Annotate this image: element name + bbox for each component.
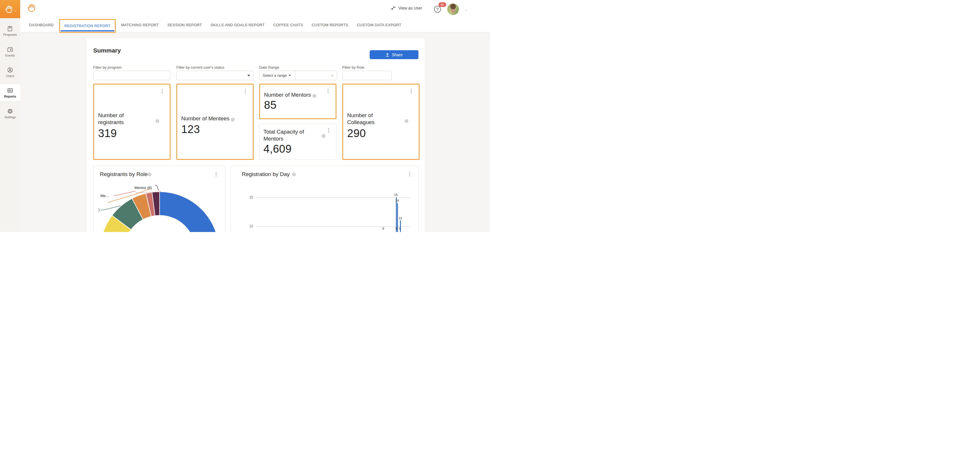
tab-5[interactable]: COFFEE CHATS xyxy=(269,18,307,32)
report-panel: Summary Share Filter by program Filter b… xyxy=(87,38,425,232)
daterange-trigger-label: Select a range xyxy=(262,73,287,78)
users-person-icon xyxy=(7,67,13,73)
daterange-chevron-down-icon xyxy=(289,75,291,76)
brand-hand-icon xyxy=(27,3,36,13)
sidebar-item-programs[interactable]: Programs xyxy=(0,22,20,39)
report-tabs: DASHBOARDREGISTRATION REPORTMATCHING REP… xyxy=(20,18,490,32)
select-chevron-down-icon xyxy=(247,75,250,76)
card-title: Number of registrants xyxy=(98,112,124,126)
top-header: View as User ? 65 ⌄ xyxy=(20,0,490,18)
view-as-user-label: View as User xyxy=(399,6,422,10)
help-button[interactable]: ? 65 xyxy=(434,6,442,13)
sidebar-item-users[interactable]: Users xyxy=(0,64,20,81)
share-button-label: Share xyxy=(392,52,402,57)
sidebar-item-label: Reports xyxy=(4,95,16,98)
info-icon[interactable]: i xyxy=(231,118,235,121)
chart-title: Registration by Day xyxy=(242,171,290,178)
reports-chart-icon xyxy=(7,87,13,94)
sidebar-item-label: Programs xyxy=(3,33,17,37)
page-title: Summary xyxy=(93,47,121,54)
card-value: 85 xyxy=(264,99,277,111)
filter-role-input[interactable] xyxy=(342,71,391,80)
sidebar-logo[interactable]: ⌄ xyxy=(0,0,20,18)
card-total-capacity-of-mentors: ⋮ Total Capacity of Mentors i 4,609 xyxy=(259,124,336,160)
info-icon[interactable]: i xyxy=(312,94,316,98)
help-question-icon: ? xyxy=(434,6,441,13)
card-number-of-colleagues: ⋮ Number of Colleagues i 290 xyxy=(342,84,420,160)
programs-book-icon xyxy=(7,26,13,32)
donut-label-clipped[interactable]: ) xyxy=(99,208,100,212)
card-number-of-mentees: ⋮ Number of Mentees i 123 xyxy=(176,84,254,160)
donut-label-mentor[interactable]: Mentor (6) xyxy=(134,186,152,190)
ytick-15: 15 xyxy=(244,195,253,199)
share-button[interactable]: Share xyxy=(370,50,418,59)
bar-data-label: 15 xyxy=(394,193,398,197)
info-icon[interactable]: i xyxy=(322,134,326,138)
sidebar-item-settings[interactable]: Settings xyxy=(0,105,20,122)
info-icon[interactable]: i xyxy=(148,173,151,176)
tab-2[interactable]: MATCHING REPORT xyxy=(117,18,163,32)
account-chevron-down-icon[interactable]: ⌄ xyxy=(464,8,468,12)
swap-arrows-icon xyxy=(390,6,396,10)
filter-program-input[interactable] xyxy=(93,71,170,80)
filter-role-label: Filter by Role xyxy=(342,65,364,70)
chart-menu-kebab-icon[interactable]: ⋮ xyxy=(406,170,413,178)
filter-status-select[interactable] xyxy=(176,71,253,80)
info-icon[interactable]: i xyxy=(156,119,159,123)
tab-4[interactable]: SKILLS AND GOALS REPORT xyxy=(206,18,269,32)
tab-3[interactable]: SESSION REPORT xyxy=(163,18,206,32)
bar-data-label: 9 xyxy=(396,227,398,230)
sidebar-item-label: Users xyxy=(6,74,14,78)
x-clear-icon[interactable]: ✕ xyxy=(331,73,334,78)
hand-logo-icon xyxy=(5,5,13,14)
dashboard-page: ⌄ ProgramsEventsUsersReportsSettings Vie… xyxy=(0,0,490,232)
tab-active-outline: REGISTRATION REPORT xyxy=(59,19,116,33)
info-icon[interactable]: i xyxy=(404,119,408,123)
gridline-10 xyxy=(255,226,409,227)
user-avatar[interactable] xyxy=(447,3,459,15)
bar-data-label: 9 xyxy=(399,227,401,230)
sidebar-item-events[interactable]: Events xyxy=(0,43,20,60)
gridline-15 xyxy=(255,197,409,198)
sidebar-item-reports[interactable]: Reports xyxy=(0,84,20,101)
ytick-10: 10 xyxy=(244,224,253,228)
registration-by-day-card: Registration by Day i ⋮ 15 10 Registrant… xyxy=(231,165,419,232)
events-calendar-icon xyxy=(7,46,13,52)
settings-gear-icon xyxy=(7,108,13,114)
sidebar-item-label: Events xyxy=(5,54,15,57)
donut-label-truncated[interactable]: Me… xyxy=(100,194,109,198)
active-tab-underline xyxy=(60,30,114,32)
daterange-trigger[interactable]: Select a range xyxy=(259,71,296,80)
filter-status-label: Filter by current user's status xyxy=(176,65,224,70)
card-value: 290 xyxy=(347,127,366,140)
tab-7[interactable]: CUSTOM DATA EXPORT xyxy=(353,18,406,32)
bar-data-label: 11 xyxy=(399,216,402,220)
card-menu-kebab-icon[interactable]: ⋮ xyxy=(242,87,249,95)
card-title: Total Capacity of Mentors xyxy=(264,129,304,142)
filter-daterange-label: Date Range xyxy=(259,65,279,70)
notification-badge: 65 xyxy=(439,2,446,7)
chart-menu-kebab-icon[interactable]: ⋮ xyxy=(212,170,220,178)
sidebar: ⌄ ProgramsEventsUsersReportsSettings xyxy=(0,0,20,232)
card-title: Number of Mentees i xyxy=(181,115,235,122)
card-value: 4,609 xyxy=(264,143,292,155)
tab-6[interactable]: CUSTOM REPORTS xyxy=(307,18,353,32)
card-number-of-registrants: ⋮ Number of registrants i 319 xyxy=(93,84,170,160)
card-number-of-mentors: ⋮ Number of Mentors i 85 xyxy=(259,84,336,119)
bar-data-label: 14 xyxy=(395,199,399,202)
card-title: Number of Colleagues xyxy=(347,112,375,126)
filter-program-label: Filter by program xyxy=(93,65,121,70)
tab-0[interactable]: DASHBOARD xyxy=(25,18,58,32)
view-as-user-button[interactable]: View as User xyxy=(390,6,422,10)
info-icon[interactable]: i xyxy=(292,173,296,176)
card-menu-kebab-icon[interactable]: ⋮ xyxy=(325,87,332,95)
bar-value-11[interactable] xyxy=(400,221,401,232)
bar-data-label: 9 xyxy=(382,227,384,230)
card-menu-kebab-icon[interactable]: ⋮ xyxy=(158,87,165,95)
card-menu-kebab-icon[interactable]: ⋮ xyxy=(325,127,332,134)
logo-chevron-down-icon: ⌄ xyxy=(14,9,16,13)
card-menu-kebab-icon[interactable]: ⋮ xyxy=(407,87,415,95)
registrants-by-role-card: Registrants by Role i ⋮ Mentor (6) Me… ) xyxy=(93,165,225,232)
chart-title: Registrants by Role xyxy=(100,171,148,178)
sidebar-item-label: Settings xyxy=(4,115,16,119)
